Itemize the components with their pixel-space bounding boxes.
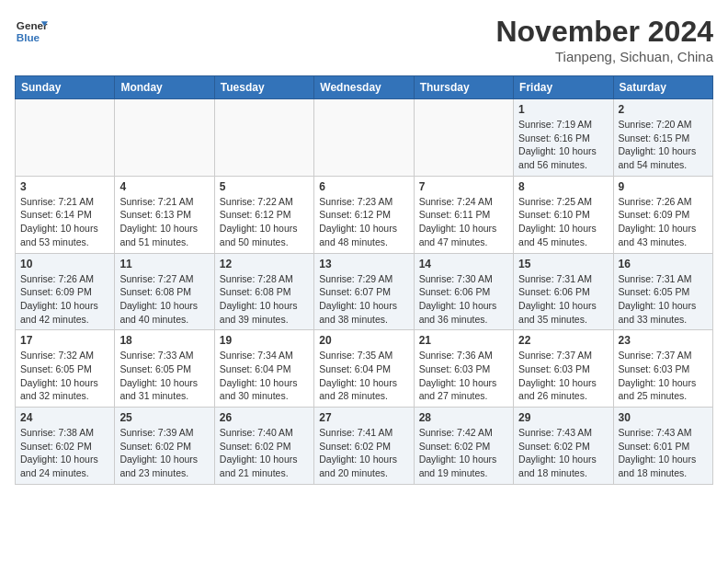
day-number: 20 — [319, 334, 408, 347]
calendar-cell — [414, 99, 513, 177]
calendar-cell: 27Sunrise: 7:41 AM Sunset: 6:02 PM Dayli… — [314, 408, 414, 485]
day-number: 24 — [20, 411, 109, 424]
day-content: Sunrise: 7:23 AM Sunset: 6:12 PM Dayligh… — [319, 195, 408, 249]
header-day-monday: Monday — [115, 76, 214, 99]
calendar-cell — [16, 99, 115, 177]
day-content: Sunrise: 7:33 AM Sunset: 6:05 PM Dayligh… — [119, 349, 209, 403]
day-content: Sunrise: 7:21 AM Sunset: 6:14 PM Dayligh… — [20, 195, 109, 249]
calendar-cell: 14Sunrise: 7:30 AM Sunset: 6:06 PM Dayli… — [414, 253, 513, 330]
page-header: General Blue November 2024 Tianpeng, Sic… — [15, 15, 713, 64]
day-content: Sunrise: 7:37 AM Sunset: 6:03 PM Dayligh… — [518, 349, 608, 403]
day-number: 25 — [119, 411, 209, 424]
day-number: 23 — [619, 334, 708, 347]
day-content: Sunrise: 7:31 AM Sunset: 6:06 PM Dayligh… — [518, 272, 608, 327]
calendar-cell — [314, 99, 414, 177]
calendar-cell: 26Sunrise: 7:40 AM Sunset: 6:02 PM Dayli… — [214, 408, 313, 485]
title-block: November 2024 Tianpeng, Sichuan, China — [495, 15, 713, 64]
calendar-cell — [115, 99, 214, 177]
calendar-cell: 3Sunrise: 7:21 AM Sunset: 6:14 PM Daylig… — [16, 176, 115, 253]
day-number: 4 — [119, 180, 209, 193]
calendar-cell: 13Sunrise: 7:29 AM Sunset: 6:07 PM Dayli… — [314, 253, 414, 330]
day-number: 12 — [220, 258, 309, 270]
day-content: Sunrise: 7:26 AM Sunset: 6:09 PM Dayligh… — [20, 272, 109, 327]
header-day-saturday: Saturday — [613, 76, 712, 99]
day-content: Sunrise: 7:36 AM Sunset: 6:03 PM Dayligh… — [419, 349, 508, 403]
day-number: 13 — [319, 258, 408, 270]
day-content: Sunrise: 7:38 AM Sunset: 6:02 PM Dayligh… — [20, 426, 109, 480]
location: Tianpeng, Sichuan, China — [495, 49, 713, 64]
calendar-cell: 30Sunrise: 7:43 AM Sunset: 6:01 PM Dayli… — [613, 408, 712, 485]
day-number: 30 — [619, 411, 708, 424]
header-day-sunday: Sunday — [16, 76, 115, 99]
calendar-cell: 21Sunrise: 7:36 AM Sunset: 6:03 PM Dayli… — [414, 330, 513, 408]
day-number: 2 — [619, 103, 708, 116]
header-day-tuesday: Tuesday — [214, 76, 313, 99]
calendar-cell: 10Sunrise: 7:26 AM Sunset: 6:09 PM Dayli… — [16, 253, 115, 330]
day-content: Sunrise: 7:30 AM Sunset: 6:06 PM Dayligh… — [419, 272, 508, 327]
day-number: 10 — [20, 258, 109, 270]
calendar-cell: 24Sunrise: 7:38 AM Sunset: 6:02 PM Dayli… — [16, 408, 115, 485]
day-number: 22 — [518, 334, 608, 347]
day-number: 3 — [20, 180, 109, 193]
day-content: Sunrise: 7:24 AM Sunset: 6:11 PM Dayligh… — [419, 195, 508, 249]
calendar-cell: 11Sunrise: 7:27 AM Sunset: 6:08 PM Dayli… — [115, 253, 214, 330]
calendar-cell: 23Sunrise: 7:37 AM Sunset: 6:03 PM Dayli… — [613, 330, 712, 408]
logo-icon: General Blue — [15, 15, 48, 48]
calendar-cell: 22Sunrise: 7:37 AM Sunset: 6:03 PM Dayli… — [514, 330, 613, 408]
day-number: 28 — [419, 411, 508, 424]
day-number: 17 — [20, 334, 109, 347]
calendar-cell: 5Sunrise: 7:22 AM Sunset: 6:12 PM Daylig… — [214, 176, 313, 253]
header-day-friday: Friday — [514, 76, 613, 99]
calendar-week-row: 1Sunrise: 7:19 AM Sunset: 6:16 PM Daylig… — [16, 99, 713, 177]
calendar-cell: 4Sunrise: 7:21 AM Sunset: 6:13 PM Daylig… — [115, 176, 214, 253]
calendar-week-row: 10Sunrise: 7:26 AM Sunset: 6:09 PM Dayli… — [16, 253, 713, 330]
day-content: Sunrise: 7:37 AM Sunset: 6:03 PM Dayligh… — [619, 349, 708, 403]
day-number: 27 — [319, 411, 408, 424]
day-number: 14 — [419, 258, 508, 270]
day-number: 21 — [419, 334, 508, 347]
svg-text:Blue: Blue — [17, 31, 40, 43]
day-number: 19 — [220, 334, 309, 347]
day-content: Sunrise: 7:22 AM Sunset: 6:12 PM Dayligh… — [220, 195, 309, 249]
day-number: 5 — [220, 180, 309, 193]
calendar-cell: 29Sunrise: 7:43 AM Sunset: 6:02 PM Dayli… — [514, 408, 613, 485]
day-content: Sunrise: 7:43 AM Sunset: 6:01 PM Dayligh… — [619, 426, 708, 480]
day-number: 8 — [518, 180, 608, 193]
calendar-cell: 8Sunrise: 7:25 AM Sunset: 6:10 PM Daylig… — [514, 176, 613, 253]
header-day-wednesday: Wednesday — [314, 76, 414, 99]
day-content: Sunrise: 7:39 AM Sunset: 6:02 PM Dayligh… — [119, 426, 209, 480]
calendar-header-row: SundayMondayTuesdayWednesdayThursdayFrid… — [16, 76, 713, 99]
day-number: 7 — [419, 180, 508, 193]
calendar-cell: 19Sunrise: 7:34 AM Sunset: 6:04 PM Dayli… — [214, 330, 313, 408]
calendar-cell: 12Sunrise: 7:28 AM Sunset: 6:08 PM Dayli… — [214, 253, 313, 330]
calendar-table: SundayMondayTuesdayWednesdayThursdayFrid… — [15, 75, 713, 485]
calendar-cell: 17Sunrise: 7:32 AM Sunset: 6:05 PM Dayli… — [16, 330, 115, 408]
day-number: 1 — [518, 103, 608, 116]
calendar-cell: 6Sunrise: 7:23 AM Sunset: 6:12 PM Daylig… — [314, 176, 414, 253]
day-content: Sunrise: 7:31 AM Sunset: 6:05 PM Dayligh… — [619, 272, 708, 327]
calendar-cell: 28Sunrise: 7:42 AM Sunset: 6:02 PM Dayli… — [414, 408, 513, 485]
calendar-cell: 16Sunrise: 7:31 AM Sunset: 6:05 PM Dayli… — [613, 253, 712, 330]
day-content: Sunrise: 7:40 AM Sunset: 6:02 PM Dayligh… — [220, 426, 309, 480]
day-number: 26 — [220, 411, 309, 424]
day-number: 29 — [518, 411, 608, 424]
day-number: 15 — [518, 258, 608, 270]
day-content: Sunrise: 7:42 AM Sunset: 6:02 PM Dayligh… — [419, 426, 508, 480]
calendar-cell: 2Sunrise: 7:20 AM Sunset: 6:15 PM Daylig… — [613, 99, 712, 177]
calendar-body: 1Sunrise: 7:19 AM Sunset: 6:16 PM Daylig… — [16, 99, 713, 485]
calendar-cell: 9Sunrise: 7:26 AM Sunset: 6:09 PM Daylig… — [613, 176, 712, 253]
day-content: Sunrise: 7:26 AM Sunset: 6:09 PM Dayligh… — [619, 195, 708, 249]
day-content: Sunrise: 7:20 AM Sunset: 6:15 PM Dayligh… — [619, 118, 708, 172]
calendar-cell: 18Sunrise: 7:33 AM Sunset: 6:05 PM Dayli… — [115, 330, 214, 408]
day-content: Sunrise: 7:21 AM Sunset: 6:13 PM Dayligh… — [119, 195, 209, 249]
month-title: November 2024 — [495, 15, 713, 49]
header-day-thursday: Thursday — [414, 76, 513, 99]
calendar-cell: 1Sunrise: 7:19 AM Sunset: 6:16 PM Daylig… — [514, 99, 613, 177]
day-content: Sunrise: 7:43 AM Sunset: 6:02 PM Dayligh… — [518, 426, 608, 480]
day-number: 6 — [319, 180, 408, 193]
calendar-cell: 20Sunrise: 7:35 AM Sunset: 6:04 PM Dayli… — [314, 330, 414, 408]
calendar-cell: 15Sunrise: 7:31 AM Sunset: 6:06 PM Dayli… — [514, 253, 613, 330]
day-content: Sunrise: 7:35 AM Sunset: 6:04 PM Dayligh… — [319, 349, 408, 403]
day-content: Sunrise: 7:29 AM Sunset: 6:07 PM Dayligh… — [319, 272, 408, 327]
day-content: Sunrise: 7:41 AM Sunset: 6:02 PM Dayligh… — [319, 426, 408, 480]
